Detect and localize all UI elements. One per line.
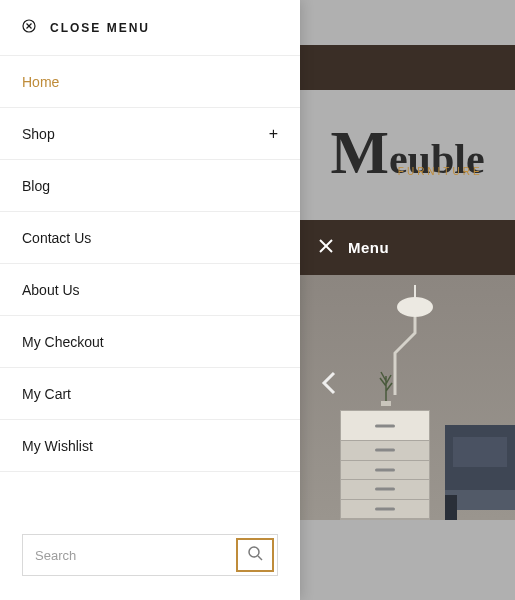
search-wrap (0, 520, 300, 600)
menu-item-home[interactable]: Home (0, 56, 300, 108)
hero-dresser (340, 410, 430, 520)
search-icon (248, 546, 263, 564)
menu-item-label: My Checkout (22, 334, 104, 350)
search-input[interactable] (23, 535, 233, 575)
menu-item-label: Shop (22, 126, 55, 142)
backdrop-topbar (300, 45, 515, 90)
svg-rect-6 (453, 437, 507, 467)
svg-point-11 (249, 547, 259, 557)
close-menu-label: CLOSE MENU (50, 21, 150, 35)
backdrop-spacer-top (300, 0, 515, 45)
svg-point-2 (397, 297, 433, 317)
search-button[interactable] (236, 538, 274, 572)
menu-item-my-checkout[interactable]: My Checkout (0, 316, 300, 368)
site-logo: Meuble FURNITURE (300, 90, 515, 220)
svg-line-12 (258, 556, 262, 560)
search-box (22, 534, 278, 576)
menu-item-label: My Wishlist (22, 438, 93, 454)
menu-item-label: My Cart (22, 386, 71, 402)
close-icon (318, 238, 334, 258)
close-menu-button[interactable]: CLOSE MENU (0, 0, 300, 56)
main-menu-bar[interactable]: Menu (300, 220, 515, 275)
menu-item-contact-us[interactable]: Contact Us (0, 212, 300, 264)
menu-item-about-us[interactable]: About Us (0, 264, 300, 316)
page-backdrop: Meuble FURNITURE Menu (300, 0, 515, 600)
menu-item-label: Contact Us (22, 230, 91, 246)
logo-letter-m: M (330, 128, 389, 178)
backdrop-spacer-bottom (300, 520, 515, 600)
menu-item-label: About Us (22, 282, 80, 298)
hero-sofa (445, 395, 515, 520)
close-circle-icon (22, 19, 36, 37)
menu-item-label: Blog (22, 178, 50, 194)
menu-item-my-wishlist[interactable]: My Wishlist (0, 420, 300, 472)
hero-image (300, 275, 515, 520)
mobile-menu-sidebar: CLOSE MENU HomeShop+BlogContact UsAbout … (0, 0, 300, 600)
menu-list: HomeShop+BlogContact UsAbout UsMy Checko… (0, 56, 300, 520)
menu-item-shop[interactable]: Shop+ (0, 108, 300, 160)
carousel-prev-arrow[interactable] (320, 370, 338, 400)
logo-subtitle: FURNITURE (398, 166, 483, 177)
expand-icon[interactable]: + (269, 125, 278, 143)
menu-item-label: Home (22, 74, 59, 90)
svg-rect-3 (381, 401, 391, 406)
menu-item-my-cart[interactable]: My Cart (0, 368, 300, 420)
menu-item-blog[interactable]: Blog (0, 160, 300, 212)
hero-plant (375, 366, 397, 410)
menu-bar-label: Menu (348, 239, 389, 256)
logo-text: Meuble FURNITURE (330, 128, 484, 183)
svg-rect-7 (445, 495, 457, 520)
